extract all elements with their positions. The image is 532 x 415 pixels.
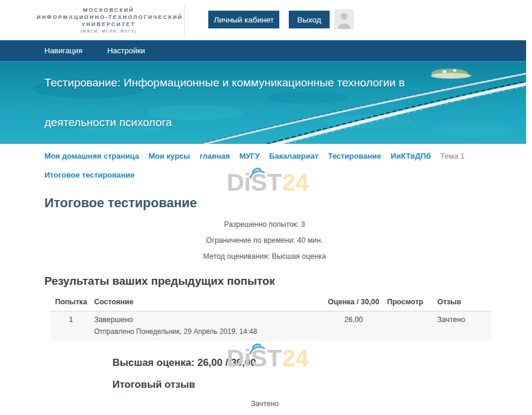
site-header: МОСКОВСКИЙ ИНФОРМАЦИОННО-ТЕХНОЛОГИЧЕСКИЙ… (0, 0, 526, 40)
breadcrumb-item-final-test[interactable]: Итоговое тестирование (44, 170, 134, 179)
state-cell: Завершено Отправлено Понедельник, 29 Апр… (92, 311, 323, 340)
final-feedback-heading: Итоговый отзыв (112, 379, 485, 391)
time-limit-text: Ограничение по времени: 40 мин. (44, 233, 485, 249)
table-row: 1 Завершено Отправлено Понедельник, 29 А… (50, 311, 491, 340)
col-header-feedback: Отзыв (435, 295, 491, 311)
review-cell (385, 311, 435, 340)
course-banner: Тестирование: Информационные и коммуника… (0, 62, 526, 144)
logo-line: ИНФОРМАЦИОННО-ТЕХНОЛОГИЧЕСКИЙ (37, 14, 180, 21)
quiz-title: Итоговое тестирование (44, 195, 485, 211)
feedback-cell: Зачтено (435, 311, 491, 340)
quiz-info: Разрешенно попыток: 3 Ограничение по вре… (44, 217, 485, 265)
state-text: Завершено (94, 316, 320, 324)
breadcrumb-item-main[interactable]: главная (199, 152, 230, 161)
university-logo: МОСКОВСКИЙ ИНФОРМАЦИОННО-ТЕХНОЛОГИЧЕСКИЙ… (37, 4, 185, 37)
grading-method-text: Метод оценивания: Высшая оценка (44, 249, 485, 265)
watermark-accent-text: 24 (282, 345, 309, 372)
breadcrumb-item-home[interactable]: Моя домашняя страница (44, 152, 139, 161)
col-header-review: Просмотр (385, 295, 435, 311)
main-content: DiST24 DiST24 Моя домашняя страница Мои … (0, 144, 526, 415)
page: МОСКОВСКИЙ ИНФОРМАЦИОННО-ТЕХНОЛОГИЧЕСКИЙ… (0, 0, 526, 415)
logo-line: МОСКОВСКИЙ (37, 7, 180, 14)
attempts-allowed-text: Разрешенно попыток: 3 (44, 217, 485, 233)
breadcrumb-item-my-courses[interactable]: Мои курсы (149, 152, 190, 161)
course-title-line1: Тестирование: Информационные и коммуника… (44, 76, 405, 89)
nav-item-settings[interactable]: Настройки (107, 46, 145, 55)
breadcrumb-item-mugu[interactable]: МУГУ (239, 152, 259, 161)
grade-cell: 26,00 (323, 311, 385, 340)
table-header-row: Попытка Состояние Оценка / 30,00 Просмот… (50, 295, 491, 311)
logo-subtitle: (МАСИ, МГЛИ, МУГУ) (37, 29, 180, 33)
logout-button[interactable]: Выход (289, 11, 330, 28)
col-header-state: Состояние (92, 295, 323, 311)
dist24-watermark: DiST24 (227, 346, 309, 371)
dist24-watermark: DiST24 (227, 170, 309, 195)
results-heading: Результаты ваших предыдущих попыток (44, 274, 485, 288)
avatar-person-icon (341, 13, 347, 20)
nav-item-navigation[interactable]: Навигация (44, 46, 82, 55)
col-header-attempt: Попытка (50, 295, 92, 311)
avatar-person-icon (338, 24, 350, 29)
attempts-table: Попытка Состояние Оценка / 30,00 Просмот… (50, 295, 491, 340)
breadcrumb: Моя домашняя страница Мои курсы главная … (44, 144, 485, 161)
bridge-sea-image (0, 62, 526, 144)
user-avatar[interactable] (334, 9, 354, 29)
col-header-grade: Оценка / 30,00 (323, 295, 385, 311)
attempt-number-cell: 1 (50, 311, 92, 340)
breadcrumb-item-bachelor[interactable]: Бакалавриат (269, 152, 318, 161)
breadcrumb-item-topic1: Тема 1 (440, 152, 465, 161)
watermark-accent-text: 24 (282, 169, 309, 196)
wifi-signal-icon (246, 162, 267, 179)
main-navbar: Навигация Настройки (0, 40, 526, 62)
breadcrumb-item-course-code[interactable]: ИиКТвДПб (391, 152, 431, 161)
breadcrumb-item-testing[interactable]: Тестирование (328, 152, 381, 161)
state-detail-text: Отправлено Понедельник, 29 Апрель 2019, … (94, 327, 320, 336)
logo-line: УНИВЕРСИТЕТ (37, 21, 180, 28)
course-title-line2: деятельности психолога (44, 116, 172, 129)
wifi-signal-icon (246, 337, 267, 355)
profile-button[interactable]: Личный кабинет (208, 11, 279, 28)
final-feedback-value: Зачтено (44, 400, 485, 408)
